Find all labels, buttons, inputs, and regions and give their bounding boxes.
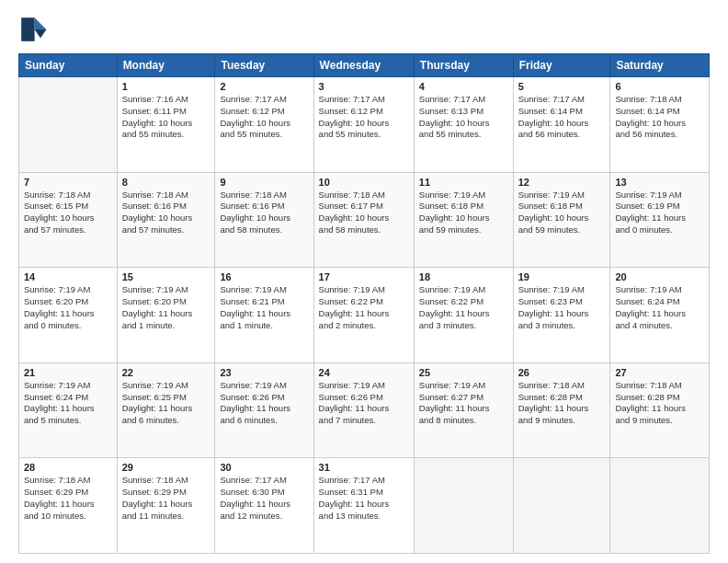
day-number: 13 [615, 177, 704, 188]
day-number: 5 [518, 81, 606, 92]
day-info: Sunrise: 7:18 AMSunset: 6:29 PMDaylight:… [122, 475, 210, 522]
svg-rect-2 [21, 17, 34, 41]
day-number: 6 [615, 81, 704, 92]
day-info: Sunrise: 7:18 AMSunset: 6:29 PMDaylight:… [24, 475, 112, 522]
day-cell [513, 458, 610, 554]
day-number: 7 [24, 177, 112, 188]
day-info: Sunrise: 7:19 AMSunset: 6:24 PMDaylight:… [24, 380, 112, 427]
day-number: 30 [220, 462, 308, 473]
day-number: 22 [122, 367, 210, 378]
day-cell: 6Sunrise: 7:18 AMSunset: 6:14 PMDaylight… [610, 77, 710, 173]
page: SundayMondayTuesdayWednesdayThursdayFrid… [0, 0, 728, 563]
header-cell-friday: Friday [513, 54, 610, 77]
day-cell [414, 458, 513, 554]
header-cell-monday: Monday [117, 54, 215, 77]
day-cell: 31Sunrise: 7:17 AMSunset: 6:31 PMDayligh… [313, 458, 414, 554]
logo-icon [18, 15, 48, 44]
day-number: 4 [419, 81, 508, 92]
day-cell: 21Sunrise: 7:19 AMSunset: 6:24 PMDayligh… [19, 362, 118, 458]
day-info: Sunrise: 7:17 AMSunset: 6:12 PMDaylight:… [220, 94, 308, 141]
day-info: Sunrise: 7:18 AMSunset: 6:14 PMDaylight:… [615, 94, 704, 141]
day-number: 20 [615, 271, 704, 282]
day-cell: 14Sunrise: 7:19 AMSunset: 6:20 PMDayligh… [19, 268, 118, 363]
day-cell: 15Sunrise: 7:19 AMSunset: 6:20 PMDayligh… [117, 268, 215, 363]
day-info: Sunrise: 7:18 AMSunset: 6:28 PMDaylight:… [615, 380, 704, 427]
day-cell: 1Sunrise: 7:16 AMSunset: 6:11 PMDaylight… [117, 77, 215, 173]
header-cell-thursday: Thursday [414, 54, 513, 77]
day-info: Sunrise: 7:19 AMSunset: 6:19 PMDaylight:… [615, 190, 704, 236]
day-cell: 30Sunrise: 7:17 AMSunset: 6:30 PMDayligh… [215, 458, 313, 554]
day-cell: 28Sunrise: 7:18 AMSunset: 6:29 PMDayligh… [19, 458, 118, 554]
day-cell: 9Sunrise: 7:18 AMSunset: 6:16 PMDaylight… [215, 172, 313, 268]
header-row: SundayMondayTuesdayWednesdayThursdayFrid… [19, 54, 710, 77]
day-number: 18 [419, 271, 508, 282]
day-cell: 16Sunrise: 7:19 AMSunset: 6:21 PMDayligh… [215, 268, 313, 363]
day-number: 24 [319, 367, 409, 378]
day-cell: 26Sunrise: 7:18 AMSunset: 6:28 PMDayligh… [513, 362, 610, 458]
week-row-5: 28Sunrise: 7:18 AMSunset: 6:29 PMDayligh… [19, 458, 710, 554]
day-info: Sunrise: 7:16 AMSunset: 6:11 PMDaylight:… [122, 94, 210, 141]
day-number: 16 [220, 271, 308, 282]
day-number: 31 [319, 462, 409, 473]
day-cell: 25Sunrise: 7:19 AMSunset: 6:27 PMDayligh… [414, 362, 513, 458]
day-info: Sunrise: 7:17 AMSunset: 6:12 PMDaylight:… [319, 94, 409, 141]
day-number: 21 [24, 367, 112, 378]
day-number: 14 [24, 271, 112, 282]
day-info: Sunrise: 7:17 AMSunset: 6:13 PMDaylight:… [419, 94, 508, 141]
day-info: Sunrise: 7:19 AMSunset: 6:20 PMDaylight:… [24, 284, 112, 331]
day-number: 28 [24, 462, 112, 473]
day-cell: 7Sunrise: 7:18 AMSunset: 6:15 PMDaylight… [19, 172, 118, 268]
day-info: Sunrise: 7:19 AMSunset: 6:24 PMDaylight:… [615, 284, 704, 331]
header-cell-tuesday: Tuesday [215, 54, 313, 77]
day-info: Sunrise: 7:19 AMSunset: 6:26 PMDaylight:… [319, 380, 409, 427]
day-cell: 8Sunrise: 7:18 AMSunset: 6:16 PMDaylight… [117, 172, 215, 268]
logo [18, 15, 53, 44]
day-cell [19, 77, 118, 173]
day-info: Sunrise: 7:19 AMSunset: 6:22 PMDaylight:… [319, 284, 409, 331]
day-cell: 11Sunrise: 7:19 AMSunset: 6:18 PMDayligh… [414, 172, 513, 268]
day-info: Sunrise: 7:18 AMSunset: 6:28 PMDaylight:… [518, 380, 606, 427]
day-number: 12 [518, 177, 606, 188]
day-cell: 17Sunrise: 7:19 AMSunset: 6:22 PMDayligh… [313, 268, 414, 363]
day-info: Sunrise: 7:17 AMSunset: 6:14 PMDaylight:… [518, 94, 606, 141]
svg-marker-0 [35, 17, 47, 29]
day-number: 23 [220, 367, 308, 378]
day-info: Sunrise: 7:19 AMSunset: 6:22 PMDaylight:… [419, 284, 508, 331]
header [18, 15, 710, 44]
day-cell: 22Sunrise: 7:19 AMSunset: 6:25 PMDayligh… [117, 362, 215, 458]
day-info: Sunrise: 7:19 AMSunset: 6:18 PMDaylight:… [419, 190, 508, 236]
day-number: 17 [319, 271, 409, 282]
calendar-header: SundayMondayTuesdayWednesdayThursdayFrid… [19, 54, 710, 77]
day-cell: 2Sunrise: 7:17 AMSunset: 6:12 PMDaylight… [215, 77, 313, 173]
day-info: Sunrise: 7:19 AMSunset: 6:23 PMDaylight:… [518, 284, 606, 331]
day-number: 2 [220, 81, 308, 92]
day-number: 26 [518, 367, 606, 378]
day-info: Sunrise: 7:19 AMSunset: 6:27 PMDaylight:… [419, 380, 508, 427]
day-number: 27 [615, 367, 704, 378]
day-info: Sunrise: 7:19 AMSunset: 6:26 PMDaylight:… [220, 380, 308, 427]
day-info: Sunrise: 7:19 AMSunset: 6:20 PMDaylight:… [122, 284, 210, 331]
day-cell: 20Sunrise: 7:19 AMSunset: 6:24 PMDayligh… [610, 268, 710, 363]
calendar-table: SundayMondayTuesdayWednesdayThursdayFrid… [18, 53, 710, 554]
day-cell: 3Sunrise: 7:17 AMSunset: 6:12 PMDaylight… [313, 77, 414, 173]
day-info: Sunrise: 7:18 AMSunset: 6:15 PMDaylight:… [24, 190, 112, 236]
day-number: 9 [220, 177, 308, 188]
day-cell: 27Sunrise: 7:18 AMSunset: 6:28 PMDayligh… [610, 362, 710, 458]
day-cell: 18Sunrise: 7:19 AMSunset: 6:22 PMDayligh… [414, 268, 513, 363]
day-info: Sunrise: 7:19 AMSunset: 6:25 PMDaylight:… [122, 380, 210, 427]
day-number: 3 [319, 81, 409, 92]
day-cell: 12Sunrise: 7:19 AMSunset: 6:18 PMDayligh… [513, 172, 610, 268]
day-cell: 29Sunrise: 7:18 AMSunset: 6:29 PMDayligh… [117, 458, 215, 554]
day-cell: 4Sunrise: 7:17 AMSunset: 6:13 PMDaylight… [414, 77, 513, 173]
day-number: 15 [122, 271, 210, 282]
day-number: 25 [419, 367, 508, 378]
day-info: Sunrise: 7:18 AMSunset: 6:16 PMDaylight:… [122, 190, 210, 236]
week-row-1: 1Sunrise: 7:16 AMSunset: 6:11 PMDaylight… [19, 77, 710, 173]
header-cell-sunday: Sunday [19, 54, 118, 77]
day-number: 11 [419, 177, 508, 188]
day-info: Sunrise: 7:18 AMSunset: 6:16 PMDaylight:… [220, 190, 308, 236]
day-cell: 23Sunrise: 7:19 AMSunset: 6:26 PMDayligh… [215, 362, 313, 458]
day-number: 1 [122, 81, 210, 92]
week-row-2: 7Sunrise: 7:18 AMSunset: 6:15 PMDaylight… [19, 172, 710, 268]
day-number: 19 [518, 271, 606, 282]
